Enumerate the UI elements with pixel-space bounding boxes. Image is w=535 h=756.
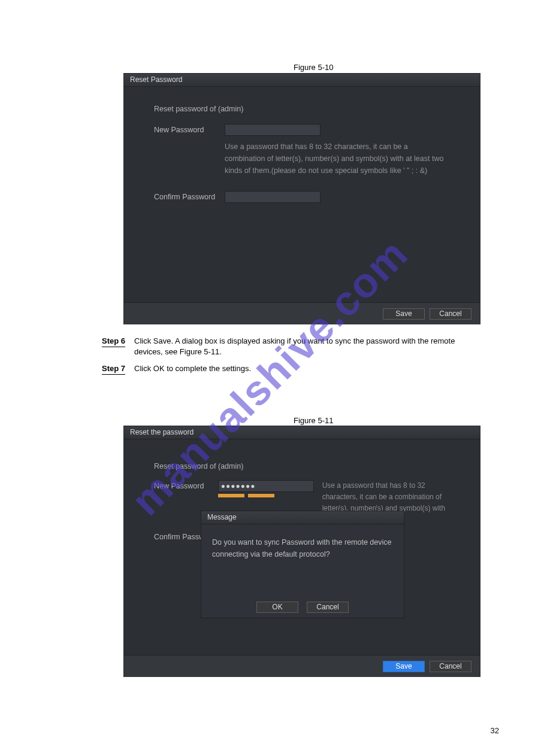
reset-password-dialog-1: Reset Password Reset password of (admin)…	[123, 73, 480, 324]
message-footer: OK Cancel	[201, 596, 404, 618]
password-strength-meter	[218, 494, 314, 497]
dialog2-title: Reset the password	[130, 428, 194, 436]
step7-text: Click OK to complete the settings.	[134, 363, 470, 374]
dialog2-footer: Save Cancel	[124, 655, 480, 677]
message-dialog: Message Do you want to sync Password wit…	[201, 511, 404, 618]
cancel-button-2[interactable]: Cancel	[430, 661, 471, 672]
dialog2-titlebar: Reset the password	[124, 426, 480, 439]
page-number: 32	[491, 726, 499, 735]
step6-label: Step 6	[102, 336, 125, 347]
message-body: Do you want to sync Password with the re…	[201, 524, 404, 596]
figure-label-1: Figure 5-10	[294, 62, 333, 73]
ok-button[interactable]: OK	[256, 602, 298, 613]
save-button[interactable]: Save	[383, 308, 425, 320]
dialog1-body: Reset password of (admin) New Password U…	[124, 87, 480, 302]
dialog1-footer: Save Cancel	[124, 302, 480, 324]
message-titlebar: Message	[201, 511, 404, 524]
new-password-label-2: New Password	[154, 480, 218, 490]
dialog2-body: Reset password of (admin) New Password U…	[124, 439, 480, 655]
message-text: Do you want to sync Password with the re…	[212, 538, 391, 558]
confirm-password-label: Confirm Password	[154, 191, 225, 201]
new-password-row: New Password	[154, 124, 450, 136]
confirm-password-input[interactable]	[225, 191, 321, 203]
save-button-2[interactable]: Save	[383, 661, 425, 672]
dialog1-title: Reset Password	[130, 75, 182, 84]
dialog1-titlebar: Reset Password	[124, 74, 480, 87]
new-password-input-2[interactable]	[218, 480, 314, 492]
step6-text: Click Save. A dialog box is displayed as…	[134, 336, 470, 357]
dialog2-subtitle: Reset password of (admin)	[154, 462, 450, 470]
meter-seg-2	[248, 494, 274, 497]
new-password-input[interactable]	[225, 124, 321, 136]
meter-seg-1	[218, 494, 244, 497]
figure-label-2: Figure 5-11	[294, 415, 333, 426]
message-title: Message	[207, 513, 237, 521]
reset-password-dialog-2: Reset the password Reset password of (ad…	[123, 426, 480, 677]
message-cancel-button[interactable]: Cancel	[307, 602, 349, 613]
confirm-password-row: Confirm Password	[154, 191, 450, 203]
new-password-label: New Password	[154, 124, 225, 134]
step7-label: Step 7	[102, 363, 125, 374]
dialog1-subtitle: Reset password of (admin)	[154, 105, 450, 113]
cancel-button[interactable]: Cancel	[430, 308, 471, 320]
password-hint-1: Use a password that has 8 to 32 characte…	[225, 141, 446, 177]
